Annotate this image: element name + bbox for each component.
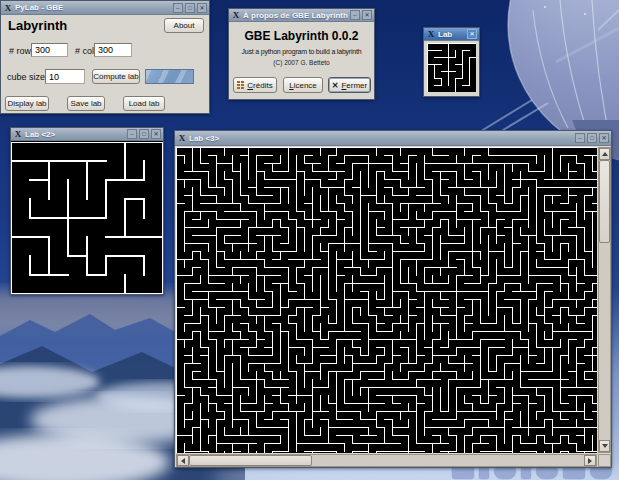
lab2-titlebar[interactable]: X Lab <2> – □ ✕ <box>11 128 163 141</box>
app-icon: X <box>426 29 436 39</box>
minimize-button[interactable]: – <box>127 129 137 139</box>
minimize-button[interactable]: – <box>575 133 585 143</box>
scroll-up-button[interactable] <box>599 148 610 160</box>
arrow-left-icon <box>181 458 185 464</box>
window-title: Lab <2> <box>25 130 127 139</box>
lab-window: X Lab ✕ <box>423 27 480 97</box>
col-input[interactable] <box>94 43 132 57</box>
window-title: PyLab - GBE <box>15 3 173 12</box>
color-preview <box>145 69 194 84</box>
desktop: X PyLab - GBE – □ ✕ Labyrinth About # ro… <box>0 0 619 480</box>
licence-button[interactable]: Licence <box>283 77 323 93</box>
window-title: Lab <box>438 30 467 39</box>
minimize-button[interactable]: – <box>350 10 360 20</box>
pylab-window: X PyLab - GBE – □ ✕ Labyrinth About # ro… <box>0 0 210 114</box>
page-title: Labyrinth <box>8 18 67 33</box>
scroll-left-button[interactable] <box>177 455 189 466</box>
arrow-right-icon <box>588 458 592 464</box>
pylab-titlebar[interactable]: X PyLab - GBE – □ ✕ <box>1 1 209 15</box>
window-title: À propos de GBE Labyrinth <box>243 11 350 20</box>
copyright: (C) 2007 G. Betteto <box>229 59 374 66</box>
minimize-button[interactable]: – <box>173 3 183 13</box>
lab2-window: X Lab <2> – □ ✕ <box>10 127 164 295</box>
compute-lab-button[interactable]: Compute lab <box>92 69 140 84</box>
maze-view-large <box>176 147 597 453</box>
scroll-right-button[interactable] <box>584 455 596 466</box>
close-fermer-button[interactable]: ✕ Fermer <box>328 77 371 93</box>
lab-titlebar[interactable]: X Lab ✕ <box>424 28 479 41</box>
about-dialog: X À propos de GBE Labyrinth – ✕ GBE Laby… <box>228 8 375 100</box>
close-button[interactable]: ✕ <box>197 3 207 13</box>
app-icon: X <box>177 133 187 143</box>
scrollbar-corner <box>598 454 611 467</box>
close-button[interactable]: ✕ <box>467 29 477 39</box>
vertical-scrollbar-thumb[interactable] <box>599 160 610 243</box>
app-icon: X <box>13 129 23 139</box>
about-titlebar[interactable]: X À propos de GBE Labyrinth – ✕ <box>229 9 374 22</box>
col-label: # col <box>75 46 94 56</box>
arrow-down-icon <box>602 444 608 448</box>
vertical-scrollbar[interactable] <box>598 147 611 453</box>
close-button[interactable]: ✕ <box>151 129 161 139</box>
close-icon: ✕ <box>332 81 339 90</box>
window-title: Lab <3> <box>189 134 575 143</box>
horizontal-scrollbar-thumb[interactable] <box>189 455 312 466</box>
app-icon: X <box>3 3 13 13</box>
lab3-titlebar[interactable]: X Lab <3> – □ ✕ <box>175 131 611 146</box>
maximize-button[interactable]: □ <box>139 129 149 139</box>
scroll-down-button[interactable] <box>599 440 610 452</box>
row-label: # row <box>9 46 31 56</box>
cube-size-input[interactable] <box>45 69 85 84</box>
app-name: GBE Labyrinth 0.0.2 <box>229 29 374 43</box>
cube-size-label: cube size <box>7 72 45 82</box>
credits-button[interactable]: Crédits <box>233 77 277 93</box>
arrow-up-icon <box>602 152 608 156</box>
load-lab-button[interactable]: Load lab <box>123 96 165 111</box>
maximize-button[interactable]: □ <box>185 3 195 13</box>
close-button[interactable]: ✕ <box>599 133 609 143</box>
credits-icon <box>237 81 244 90</box>
app-description: Just a python program to build a labyrin… <box>229 48 374 55</box>
maze-view-medium <box>11 142 163 294</box>
maze-view-small <box>427 43 476 92</box>
app-icon: X <box>231 10 241 20</box>
display-lab-button[interactable]: Display lab <box>5 96 49 111</box>
save-lab-button[interactable]: Save lab <box>67 96 105 111</box>
lab3-window: X Lab <3> – □ ✕ <box>174 130 612 468</box>
maximize-button[interactable]: □ <box>587 133 597 143</box>
row-input[interactable] <box>31 43 68 57</box>
horizontal-scrollbar[interactable] <box>176 454 597 467</box>
about-button[interactable]: About <box>164 18 204 33</box>
close-button[interactable]: ✕ <box>362 10 372 20</box>
